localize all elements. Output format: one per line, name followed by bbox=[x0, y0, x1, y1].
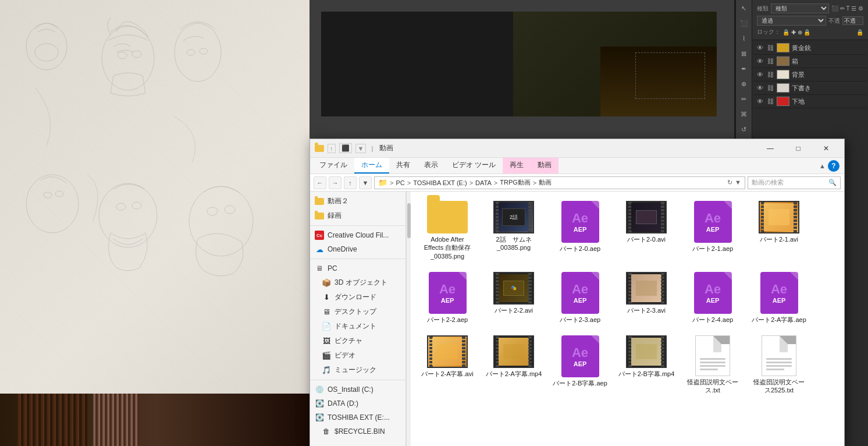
ps-chain-3[interactable]: ⛓ bbox=[766, 84, 774, 92]
toolbar-icon-eyedrop[interactable]: ✒ bbox=[737, 62, 751, 76]
file-part2-3-aep[interactable]: Ae AEP パート2-3.aep bbox=[548, 267, 612, 328]
file-part2-B-aep[interactable]: Ae AEP パート2-B字幕.aep bbox=[548, 331, 612, 399]
sidebar-item-music[interactable]: 🎵 ミュージック bbox=[310, 363, 405, 377]
file-part2-4-aep[interactable]: Ae AEP パート2-4.aep bbox=[681, 267, 745, 328]
sidebar-item-rokuon[interactable]: 録画 bbox=[310, 208, 405, 223]
title-qat-2[interactable]: ⬛ bbox=[339, 143, 352, 153]
file-part2-A-avi[interactable]: パート2-A字幕.avi bbox=[415, 331, 479, 399]
file-part2-2-avi[interactable]: 🎭 パート2-2.avi bbox=[482, 267, 546, 328]
toolbar-icon-move[interactable]: ↖ bbox=[737, 1, 751, 15]
file-part2-B-mp4[interactable]: パート2-B字幕.mp4 bbox=[614, 331, 678, 399]
file-part2-1-avi[interactable]: パート2-1.avi bbox=[747, 196, 811, 265]
minimize-button[interactable]: — bbox=[757, 139, 784, 158]
file-kaitou2[interactable]: 怪盗団説明文ベース2525.txt bbox=[747, 331, 811, 399]
addr-refresh[interactable]: ↻ bbox=[727, 179, 732, 186]
addr-dropdown[interactable]: ▼ bbox=[735, 179, 741, 186]
back-button[interactable]: ← bbox=[314, 176, 326, 189]
title-bar-folder-icon bbox=[315, 144, 324, 153]
sidebar-item-onedrive[interactable]: ☁ OneDrive bbox=[310, 242, 405, 256]
ps-opacity-input[interactable] bbox=[842, 16, 863, 25]
sidebar-item-pics[interactable]: 🖼 ビクチャ bbox=[310, 334, 405, 348]
sidebar-item-cc[interactable]: Cc Creative Cloud Fil... bbox=[310, 228, 405, 242]
ps-blend-select[interactable]: 通過 bbox=[757, 16, 826, 26]
ps-chain-2[interactable]: ⛓ bbox=[766, 70, 774, 79]
ps-type-select[interactable]: 種類 bbox=[771, 3, 829, 13]
title-qat-4[interactable]: | bbox=[369, 144, 375, 153]
ribbon-tab-play[interactable]: 再生 bbox=[503, 158, 531, 174]
file-part2-A-aep[interactable]: Ae AEP パート2-A字幕.aep bbox=[747, 267, 811, 328]
title-qat-3[interactable]: ▼ bbox=[355, 144, 367, 153]
ps-eye-1[interactable]: 👁 bbox=[756, 57, 764, 65]
ps-chain-1[interactable]: ⛓ bbox=[766, 57, 774, 65]
file-label-ep2: 2話 サムネ_00385.png bbox=[496, 235, 531, 252]
title-qat-1[interactable]: ↑ bbox=[328, 144, 336, 153]
file-kaitou1[interactable]: 怪盗団説明文ベース.txt bbox=[681, 331, 745, 399]
close-button[interactable]: ✕ bbox=[813, 139, 839, 158]
ps-layer-3[interactable]: 👁 ⛓ 下書き bbox=[753, 82, 867, 95]
toolbar-icon-crop[interactable]: ⊠ bbox=[737, 47, 751, 61]
ps-eye-0[interactable]: 👁 bbox=[756, 44, 764, 52]
file-part2-0-aep[interactable]: Ae AEP パート2-0.aep bbox=[548, 196, 612, 265]
ribbon-help[interactable]: ? bbox=[828, 160, 839, 172]
file-label-kaitou1: 怪盗団説明文ベース.txt bbox=[687, 378, 738, 395]
txt-icon-kaitou2 bbox=[762, 335, 796, 376]
icon-toshiba-drive: 💽 bbox=[315, 413, 324, 422]
toolbar-icon-history[interactable]: ↺ bbox=[737, 122, 751, 136]
ribbon: ファイル ホーム 共有 表示 ビデオ ツール 再生 動画 ▲ ? bbox=[310, 158, 844, 174]
ribbon-tab-home[interactable]: ホーム bbox=[354, 158, 389, 174]
file-part2-1-aep[interactable]: Ae AEP パート2-1.aep bbox=[681, 196, 745, 265]
sidebar-item-os[interactable]: 💿 OS_Install (C:) bbox=[310, 383, 405, 397]
toolbar-icon-lasso[interactable]: ⌇ bbox=[737, 31, 751, 45]
ps-layer-4[interactable]: 👁 ⛓ 下地 bbox=[753, 95, 867, 108]
sidebar-item-docs[interactable]: 📄 ドキュメント bbox=[310, 319, 405, 334]
ps-chain-4[interactable]: ⛓ bbox=[766, 97, 774, 105]
sidebar-item-recycle[interactable]: 🗑 $RECYCLE.BIN bbox=[310, 424, 405, 438]
file-part2-3-avi[interactable]: パート2-3.avi bbox=[614, 267, 678, 328]
video-thumb-part2-B bbox=[626, 335, 667, 368]
sidebar-scrollbar[interactable] bbox=[406, 192, 411, 446]
ribbon-tab-share[interactable]: 共有 bbox=[389, 158, 417, 174]
svg-point-6 bbox=[187, 49, 195, 55]
sidebar-item-dl[interactable]: ⬇ ダウンロード bbox=[310, 290, 405, 305]
maximize-button[interactable]: □ bbox=[785, 139, 812, 158]
ribbon-tab-video[interactable]: 動画 bbox=[531, 158, 558, 174]
sidebar-item-3d[interactable]: 📦 3D オブジェクト bbox=[310, 275, 405, 290]
ps-opacity-label: 不透 bbox=[828, 17, 840, 25]
sidebar-item-toshiba[interactable]: 💽 TOSHIBA EXT (E:... bbox=[310, 410, 405, 424]
ribbon-tab-view[interactable]: 表示 bbox=[417, 158, 445, 174]
search-box[interactable]: 動画の検索 🔍 bbox=[748, 176, 841, 189]
sidebar-item-desktop[interactable]: 🖥 デスクトップ bbox=[310, 305, 405, 319]
ps-eye-2[interactable]: 👁 bbox=[756, 70, 764, 79]
svg-point-14 bbox=[189, 186, 253, 256]
file-ae-autosave[interactable]: Adobe AfterEffects 自動保存_00385.png bbox=[415, 196, 479, 265]
sidebar-item-douga2[interactable]: 動画２ bbox=[310, 194, 405, 208]
ps-chain-0[interactable]: ⛓ bbox=[766, 44, 774, 52]
ps-layer-0[interactable]: 👁 ⛓ 黄金銃 bbox=[753, 41, 867, 55]
ribbon-tab-video-tools[interactable]: ビデオ ツール bbox=[445, 158, 503, 174]
address-path[interactable]: 📁 > PC > TOSHIBA EXT (E:) > DATA > TRPG動… bbox=[374, 176, 745, 189]
ps-eye-3[interactable]: 👁 bbox=[756, 84, 764, 92]
up-button[interactable]: ↑ bbox=[344, 176, 357, 189]
file-part2-A-mp4[interactable]: パート2-A字幕.mp4 bbox=[482, 331, 546, 399]
sidebar-label-rokuon: 録画 bbox=[328, 211, 341, 221]
sidebar-item-data[interactable]: 💽 DATA (D:) bbox=[310, 397, 405, 410]
toolbar-icon-brush[interactable]: ✏ bbox=[737, 92, 751, 106]
sidebar-item-video[interactable]: 🎬 ビデオ bbox=[310, 348, 405, 363]
video-thumb-part2-A bbox=[427, 335, 468, 368]
icon-os-drive: 💿 bbox=[315, 385, 324, 394]
ps-layer-1[interactable]: 👁 ⛓ 箱 bbox=[753, 55, 867, 68]
ps-layer-name-3: 下書き bbox=[792, 84, 811, 93]
file-part2-2-aep[interactable]: Ae AEP パート2-2.aep bbox=[415, 267, 479, 328]
toolbar-icon-stamp[interactable]: ⌘ bbox=[737, 107, 751, 121]
recent-button[interactable]: ▼ bbox=[359, 176, 372, 189]
file-part2-0-avi[interactable]: パート2-0.avi bbox=[614, 196, 678, 265]
toolbar-icon-select[interactable]: ⬛ bbox=[737, 16, 751, 30]
ps-layer-2[interactable]: 👁 ⛓ 背景 bbox=[753, 68, 867, 82]
sidebar-item-pc[interactable]: 🖥 PC bbox=[310, 261, 405, 275]
toolbar-icon-heal[interactable]: ⊕ bbox=[737, 77, 751, 91]
forward-button[interactable]: → bbox=[329, 176, 341, 189]
ps-eye-4[interactable]: 👁 bbox=[756, 97, 764, 105]
file-ep2-thumb[interactable]: 2話 2話 サムネ_00385.png bbox=[482, 196, 546, 265]
ribbon-expand[interactable]: ▲ bbox=[819, 162, 826, 169]
ribbon-tab-file[interactable]: ファイル bbox=[312, 158, 354, 174]
